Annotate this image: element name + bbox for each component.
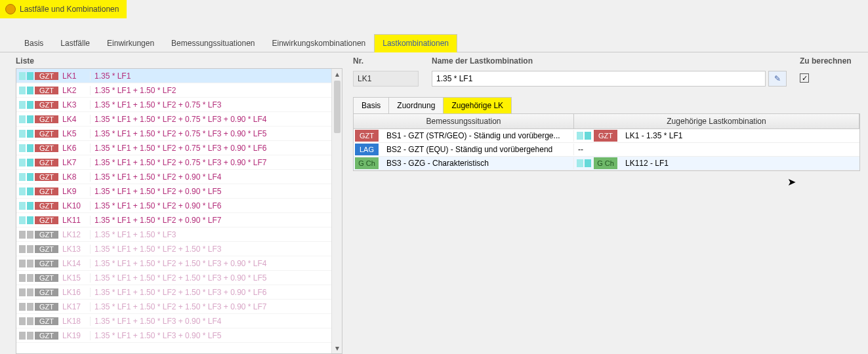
subtab-zuordnung[interactable]: Zuordnung [388, 97, 444, 113]
list-item[interactable]: GZTLK131.35 * LF1 + 1.50 * LF2 + 1.50 * … [16, 242, 331, 256]
formula-text: 1.35 * LF1 + 1.50 * LF3 + 0.90 * LF5 [90, 331, 331, 340]
tab-lastfälle[interactable]: Lastfälle [52, 34, 98, 52]
list-item[interactable]: GZTLK191.35 * LF1 + 1.50 * LF3 + 0.90 * … [16, 328, 331, 343]
formula-text: 1.35 * LF1 + 1.50 * LF2 + 1.50 * LF3 + 0… [90, 302, 331, 311]
name-input[interactable]: 1.35 * LF1 [432, 71, 766, 87]
color-swatch [27, 87, 33, 94]
lk-id: LK18 [62, 317, 90, 326]
formula-text: 1.35 * LF1 + 1.50 * LF2 + 0.90 * LF4 [90, 172, 331, 182]
color-swatch [27, 173, 33, 181]
list-item[interactable]: GZTLK101.35 * LF1 + 1.50 * LF2 + 0.90 * … [16, 199, 331, 213]
list-item[interactable]: GZTLK21.35 * LF1 + 1.50 * LF2 [16, 83, 331, 98]
color-swatch [577, 159, 583, 167]
main-tabs: BasisLastfälleEinwirkungenBemessungssitu… [0, 34, 868, 52]
list-item[interactable]: GZTLK81.35 * LF1 + 1.50 * LF2 + 0.90 * L… [16, 170, 331, 184]
list-item[interactable]: GZTLK71.35 * LF1 + 1.50 * LF2 + 0.75 * L… [16, 155, 331, 170]
category-badge: GZT [35, 260, 58, 267]
color-swatch [585, 159, 591, 167]
category-badge: GZT [35, 288, 58, 296]
tab-lastkombinationen[interactable]: Lastkombinationen [374, 34, 457, 52]
table-row[interactable]: LAGBS2 - GZT (EQU) - Ständig und vorüber… [354, 143, 859, 157]
category-badge: GZT [35, 317, 58, 325]
scroll-down-icon[interactable]: ▾ [332, 343, 342, 353]
combo-text: -- [574, 145, 583, 154]
color-swatch [27, 317, 33, 325]
list-item[interactable]: GZTLK91.35 * LF1 + 1.50 * LF2 + 0.90 * L… [16, 184, 331, 199]
category-badge: GZT [35, 332, 58, 340]
color-swatch [27, 332, 33, 340]
app-icon [5, 4, 16, 14]
lk-id: LK6 [62, 144, 90, 153]
tab-einwirkungskombinationen[interactable]: Einwirkungskombinationen [264, 34, 375, 52]
color-swatch [27, 202, 33, 210]
lk-id: LK17 [62, 302, 90, 311]
color-swatch [19, 72, 26, 80]
color-swatch [19, 332, 26, 340]
color-swatch [19, 101, 26, 109]
scrollbar[interactable]: ▴ ▾ [331, 69, 342, 353]
situation-text: BS3 - GZG - Charakteristisch [382, 159, 489, 168]
lk-id: LK5 [62, 129, 90, 138]
tab-bemessungssituationen[interactable]: Bemessungssituationen [163, 34, 263, 52]
category-badge: GZT [35, 216, 58, 224]
list-box: GZTLK11.35 * LF1GZTLK21.35 * LF1 + 1.50 … [16, 68, 342, 354]
color-swatch [27, 274, 33, 282]
sub-tabs: BasisZuordnungZugehörige LK [353, 97, 860, 114]
formula-text: 1.35 * LF1 + 1.50 * LF3 + 0.90 * LF4 [90, 317, 331, 326]
list-item[interactable]: GZTLK111.35 * LF1 + 1.50 * LF2 + 0.90 * … [16, 213, 331, 227]
color-swatch [27, 231, 33, 239]
color-swatch [19, 274, 26, 282]
table-row[interactable]: GZTBS1 - GZT (STR/GEO) - Ständig und vor… [354, 129, 859, 143]
nr-value: LK1 [353, 71, 419, 87]
lk-id: LK9 [62, 187, 90, 196]
table-row[interactable]: G ChBS3 - GZG - CharakteristischG ChLK11… [354, 157, 859, 170]
tab-einwirkungen[interactable]: Einwirkungen [98, 34, 163, 52]
list-item[interactable]: GZTLK121.35 * LF1 + 1.50 * LF3 [16, 227, 331, 242]
list-label: Liste [16, 56, 342, 68]
scroll-thumb[interactable] [334, 81, 341, 133]
category-badge: GZT [35, 231, 58, 239]
subtab-zugehörige-lk[interactable]: Zugehörige LK [443, 97, 512, 113]
list-item[interactable]: GZTLK171.35 * LF1 + 1.50 * LF2 + 1.50 * … [16, 300, 331, 314]
category-badge: GZT [35, 159, 58, 167]
formula-text: 1.35 * LF1 + 1.50 * LF2 + 1.50 * LF3 + 0… [90, 288, 331, 297]
list-item[interactable]: GZTLK181.35 * LF1 + 1.50 * LF3 + 0.90 * … [16, 314, 331, 328]
color-swatch [27, 216, 33, 224]
category-badge: GZT [35, 173, 58, 181]
edit-name-button[interactable]: ✎ [768, 71, 787, 87]
list-item[interactable]: GZTLK61.35 * LF1 + 1.50 * LF2 + 0.75 * L… [16, 141, 331, 155]
to-compute-checkbox[interactable]: ✓ [800, 73, 809, 83]
color-swatch [19, 187, 26, 195]
color-swatch [19, 288, 26, 296]
formula-text: 1.35 * LF1 + 1.50 * LF2 + 0.75 * LF3 + 0… [90, 129, 331, 138]
color-swatch [27, 115, 33, 123]
scroll-up-icon[interactable]: ▴ [332, 69, 342, 79]
lk-id: LK12 [62, 230, 90, 239]
category-badge: LAG [355, 144, 379, 155]
color-swatch [19, 173, 26, 181]
color-swatch [19, 202, 26, 210]
lk-id: LK19 [62, 331, 90, 340]
window-title-bar: Lastfälle und Kombinationen [0, 0, 127, 18]
list-item[interactable]: GZTLK51.35 * LF1 + 1.50 * LF2 + 0.75 * L… [16, 127, 331, 141]
formula-text: 1.35 * LF1 + 1.50 * LF2 + 1.50 * LF3 [90, 245, 331, 254]
lk-id: LK11 [62, 216, 90, 225]
formula-text: 1.35 * LF1 + 1.50 * LF2 + 0.90 * LF7 [90, 216, 331, 225]
category-badge: GZT [35, 187, 58, 195]
color-swatch [27, 187, 33, 195]
list-item[interactable]: GZTLK141.35 * LF1 + 1.50 * LF2 + 1.50 * … [16, 256, 331, 271]
pencil-icon: ✎ [774, 74, 781, 83]
tab-basis[interactable]: Basis [16, 34, 52, 52]
list-item[interactable]: GZTLK41.35 * LF1 + 1.50 * LF2 + 0.75 * L… [16, 112, 331, 127]
category-badge: G Ch [594, 157, 617, 169]
list-item[interactable]: GZTLK151.35 * LF1 + 1.50 * LF2 + 1.50 * … [16, 271, 331, 285]
checkbox-label: Zu berechnen [800, 56, 860, 68]
category-badge: GZT [355, 130, 379, 142]
color-swatch [19, 231, 26, 239]
color-swatch [27, 245, 33, 253]
subtab-basis[interactable]: Basis [353, 97, 389, 113]
formula-text: 1.35 * LF1 + 1.50 * LF2 + 1.50 * LF3 + 0… [90, 259, 331, 268]
list-item[interactable]: GZTLK11.35 * LF1 [16, 69, 331, 83]
list-item[interactable]: GZTLK161.35 * LF1 + 1.50 * LF2 + 1.50 * … [16, 285, 331, 300]
list-item[interactable]: GZTLK31.35 * LF1 + 1.50 * LF2 + 0.75 * L… [16, 98, 331, 112]
